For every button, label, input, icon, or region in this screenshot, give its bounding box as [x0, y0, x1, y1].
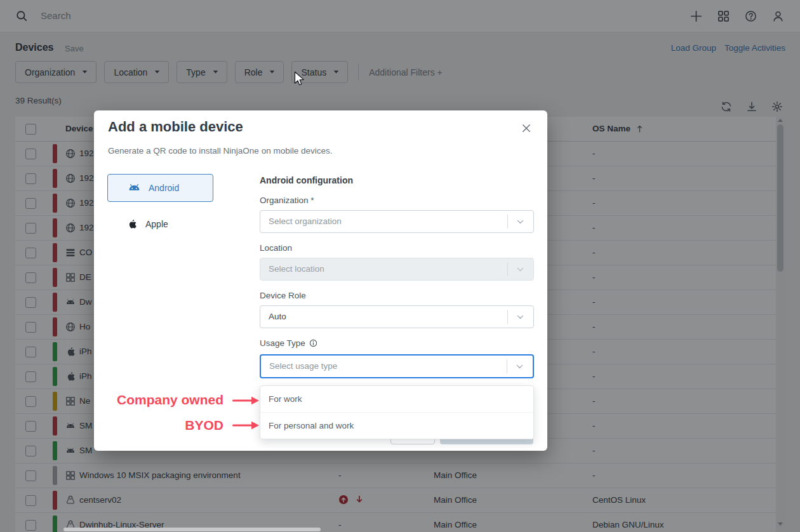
organization-label: Organization * — [260, 196, 314, 205]
device-role-label: Device Role — [260, 291, 306, 300]
section-title: Android configuration — [260, 175, 353, 185]
select-divider — [507, 262, 508, 276]
dropdown-option-for-work[interactable]: For work — [260, 386, 533, 412]
modal-subtitle: Generate a QR code to install NinjaOne o… — [108, 146, 332, 156]
tab-android-label: Android — [149, 183, 179, 193]
tab-apple[interactable]: Apple — [107, 213, 213, 235]
chevron-down-icon — [516, 218, 525, 226]
select-divider — [507, 215, 508, 229]
select-divider — [507, 310, 508, 324]
select-divider — [507, 359, 507, 373]
annotation-company-owned: Company owned — [76, 392, 223, 408]
annotation-byod: BYOD — [76, 418, 223, 433]
location-select[interactable]: Select location — [260, 258, 534, 281]
close-icon[interactable] — [522, 124, 531, 133]
usage-type-placeholder: Select usage type — [269, 361, 337, 371]
dropdown-option-for-personal-and-work[interactable]: For personal and work — [260, 412, 533, 439]
app-window: Search Devices Save Load Group Toggle Ac… — [0, 0, 800, 532]
mouse-cursor-icon — [294, 71, 305, 86]
organization-placeholder: Select organization — [269, 216, 342, 226]
android-icon — [128, 183, 141, 192]
modal-title: Add a mobile device — [108, 119, 243, 135]
info-icon[interactable] — [309, 339, 317, 347]
organization-select[interactable]: Select organization — [260, 210, 534, 233]
device-role-value: Auto — [269, 312, 286, 321]
annotation-arrow-icon — [232, 396, 259, 405]
location-placeholder: Select location — [269, 264, 324, 274]
chevron-down-icon — [515, 363, 524, 371]
usage-type-dropdown: For work For personal and work — [260, 385, 534, 439]
chevron-down-icon — [516, 266, 525, 274]
device-role-select[interactable]: Auto — [260, 305, 534, 328]
chevron-down-icon — [516, 314, 525, 321]
usage-type-label-text: Usage Type — [260, 338, 305, 348]
location-label: Location — [260, 243, 292, 253]
horizontal-scrollbar-thumb[interactable] — [63, 528, 321, 531]
tab-apple-label: Apple — [145, 219, 168, 229]
usage-type-select[interactable]: Select usage type — [260, 354, 534, 378]
apple-icon — [127, 218, 137, 230]
tab-android[interactable]: Android — [107, 174, 213, 202]
annotation-arrow-icon — [232, 421, 259, 430]
usage-type-label: Usage Type — [260, 338, 317, 348]
